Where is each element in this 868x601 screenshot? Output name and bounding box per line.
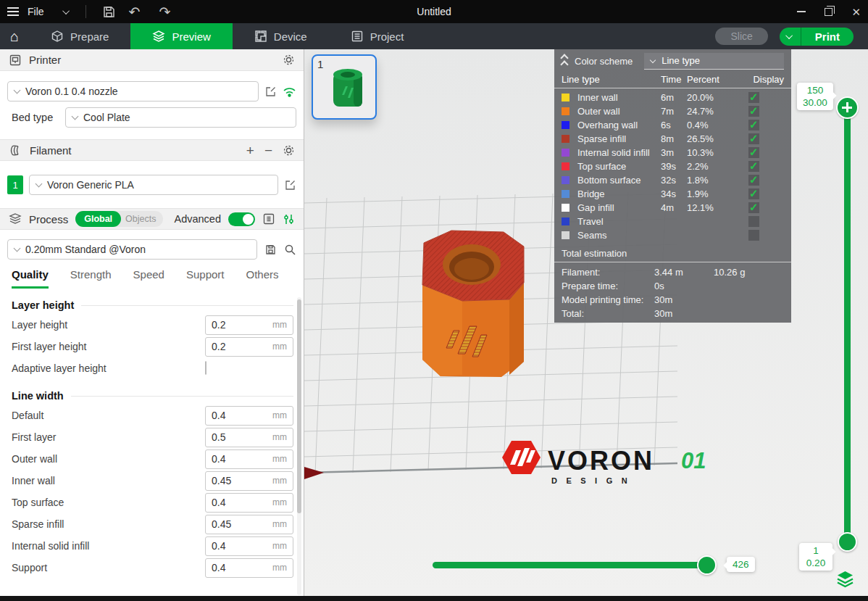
first-layer-height-input[interactable]: 0.2 mm bbox=[205, 337, 293, 357]
file-menu-chevron-icon[interactable] bbox=[62, 7, 70, 14]
home-icon[interactable]: ⌂ bbox=[0, 23, 29, 49]
undo-button[interactable]: ↶ bbox=[129, 5, 141, 19]
display-checkbox[interactable] bbox=[748, 216, 759, 227]
plate-thumbnail-number: 1 bbox=[317, 58, 323, 70]
scrollbar-thumb[interactable] bbox=[297, 299, 301, 513]
layers-stack-icon[interactable] bbox=[835, 570, 855, 591]
layer-height-input[interactable]: 0.2 mm bbox=[205, 315, 293, 335]
wifi-icon[interactable] bbox=[283, 86, 296, 97]
filament-preset-select[interactable]: Voron Generic PLA bbox=[29, 175, 278, 195]
parameter-list-icon[interactable] bbox=[262, 212, 275, 225]
collapse-panel-icon[interactable] bbox=[562, 55, 567, 67]
line-width-first-layer-input[interactable]: 0.5mm bbox=[205, 428, 293, 447]
advanced-toggle[interactable] bbox=[228, 212, 255, 226]
display-checkbox[interactable] bbox=[748, 147, 759, 158]
print-options-chevron-icon[interactable] bbox=[780, 28, 801, 46]
search-icon[interactable] bbox=[284, 244, 296, 256]
setting-label: Top surface bbox=[12, 497, 205, 508]
setting-value: 0.45 bbox=[212, 475, 272, 486]
color-scheme-label: Color scheme bbox=[575, 56, 633, 67]
legend-row: Sparse infill8m26.5% bbox=[554, 132, 791, 146]
device-icon bbox=[254, 30, 267, 43]
tab-speed[interactable]: Speed bbox=[133, 268, 164, 289]
divider bbox=[85, 5, 86, 18]
filament-edit-icon[interactable] bbox=[284, 179, 296, 191]
display-checkbox[interactable] bbox=[748, 133, 759, 144]
top-layer-height: 30.00 bbox=[803, 96, 827, 109]
line-width-top-surface-input[interactable]: 0.4mm bbox=[205, 493, 293, 513]
setting-value: 0.2 bbox=[212, 341, 272, 352]
line-width-internal-solid-input[interactable]: 0.4mm bbox=[205, 536, 293, 556]
layer-slider-bottom-handle[interactable] bbox=[838, 532, 857, 552]
remove-filament-button[interactable]: − bbox=[264, 144, 272, 157]
display-checkbox[interactable] bbox=[748, 175, 759, 186]
line-width-default-input[interactable]: 0.4mm bbox=[205, 406, 293, 426]
line-type-color-chip bbox=[562, 121, 569, 129]
process-scope-toggle[interactable]: Global Objects bbox=[75, 211, 163, 227]
print-button[interactable]: Print bbox=[801, 28, 854, 46]
line-width-outer-wall-input[interactable]: 0.4mm bbox=[205, 449, 293, 469]
process-preset-select[interactable]: 0.20mm Standard @Voron bbox=[7, 239, 257, 260]
tab-strength[interactable]: Strength bbox=[70, 268, 112, 289]
filament-gear-icon[interactable] bbox=[283, 144, 295, 157]
printer-gear-icon[interactable] bbox=[283, 54, 295, 66]
legend-column-headers: Line type Time Percent Display bbox=[554, 71, 791, 87]
tab-project[interactable]: Project bbox=[329, 23, 426, 49]
plate-thumbnail[interactable]: 1 bbox=[312, 54, 377, 120]
preview-viewport[interactable]: VORON DESIGN 01 bbox=[304, 49, 868, 601]
setting-label: Support bbox=[12, 562, 205, 573]
display-checkbox[interactable] bbox=[748, 161, 759, 172]
scope-global-option[interactable]: Global bbox=[75, 211, 121, 227]
add-filament-button[interactable]: + bbox=[246, 144, 254, 157]
save-preset-icon[interactable] bbox=[264, 244, 277, 256]
setting-unit: mm bbox=[272, 497, 287, 507]
display-checkbox[interactable] bbox=[748, 120, 759, 130]
step-slider-track[interactable] bbox=[433, 562, 714, 568]
printer-preset-select[interactable]: Voron 0.1 0.4 nozzle bbox=[7, 81, 259, 101]
chevron-down-icon bbox=[14, 245, 21, 252]
redo-button[interactable]: ↷ bbox=[159, 5, 170, 19]
tab-preview[interactable]: Preview bbox=[130, 23, 232, 49]
line-width-inner-wall-input[interactable]: 0.45mm bbox=[205, 471, 293, 491]
logo-sub: DESIGN bbox=[551, 476, 636, 485]
display-checkbox[interactable] bbox=[748, 106, 759, 117]
tab-prepare[interactable]: Prepare bbox=[29, 23, 130, 49]
line-width-sparse-infill-input[interactable]: 0.45mm bbox=[205, 515, 293, 534]
setting-unit: mm bbox=[272, 320, 287, 330]
hamburger-icon[interactable] bbox=[7, 7, 19, 16]
tab-quality[interactable]: Quality bbox=[12, 268, 49, 289]
scope-objects-option[interactable]: Objects bbox=[121, 214, 163, 224]
total-row: Total:30m bbox=[554, 307, 791, 320]
layer-slider-top-handle[interactable] bbox=[836, 96, 859, 119]
sliced-model[interactable] bbox=[422, 231, 524, 377]
minimize-button[interactable] bbox=[797, 11, 806, 12]
line-width-support-input[interactable]: 0.4mm bbox=[205, 558, 293, 578]
printer-edit-icon[interactable] bbox=[264, 86, 277, 98]
save-button[interactable] bbox=[102, 5, 116, 19]
legend-row: Overhang wall6s0.4% bbox=[554, 118, 791, 132]
close-button[interactable]: ✕ bbox=[851, 7, 861, 17]
step-slider-handle[interactable] bbox=[697, 555, 717, 575]
adaptive-layer-height-checkbox[interactable] bbox=[205, 361, 206, 375]
maximize-button[interactable] bbox=[825, 8, 832, 16]
compare-tune-icon[interactable] bbox=[283, 213, 295, 225]
filament-slot-badge[interactable]: 1 bbox=[7, 175, 23, 194]
tab-others[interactable]: Others bbox=[246, 268, 279, 289]
total-estimation-title: Total estimation bbox=[554, 242, 791, 262]
display-checkbox[interactable] bbox=[748, 188, 759, 199]
display-checkbox[interactable] bbox=[748, 230, 759, 241]
display-checkbox[interactable] bbox=[748, 92, 759, 103]
tab-project-label: Project bbox=[370, 30, 404, 43]
setting-unit: mm bbox=[272, 563, 287, 573]
tab-support[interactable]: Support bbox=[186, 268, 225, 289]
settings-scrollbar[interactable] bbox=[297, 297, 301, 595]
layer-slider-top-tooltip: 150 30.00 bbox=[797, 83, 833, 110]
slice-button[interactable]: Slice bbox=[715, 28, 767, 45]
color-scheme-select[interactable]: Line type bbox=[644, 53, 784, 70]
file-menu[interactable]: File bbox=[28, 6, 44, 17]
bed-type-select[interactable]: Cool Plate bbox=[65, 107, 296, 128]
tab-device-label: Device bbox=[274, 30, 307, 43]
layer-slider-track[interactable] bbox=[844, 109, 851, 542]
tab-device[interactable]: Device bbox=[233, 23, 329, 49]
display-checkbox[interactable] bbox=[748, 202, 759, 213]
